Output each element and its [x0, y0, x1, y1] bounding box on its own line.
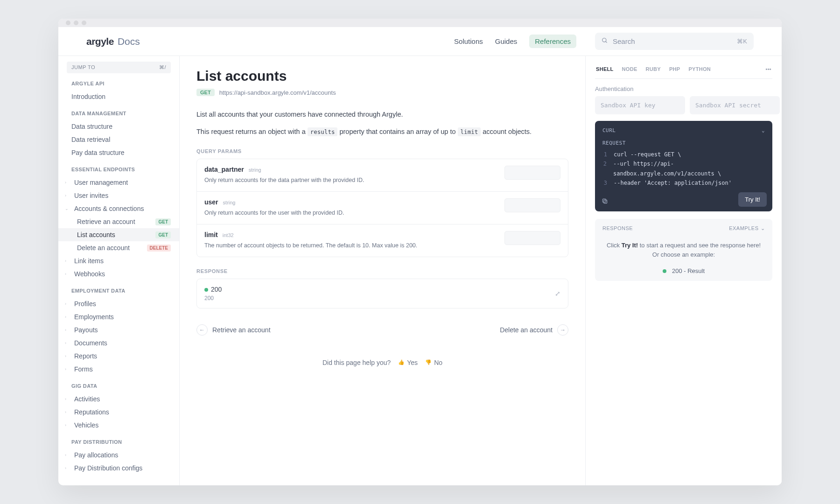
sidebar-item-data-structure[interactable]: Data structure — [58, 120, 179, 133]
status-code: 200 — [211, 286, 222, 293]
sidebar-item-employments[interactable]: ›Employments — [58, 310, 179, 323]
chevron-right-icon: › — [65, 354, 70, 358]
logo-docs: Docs — [118, 36, 140, 47]
description: List all accounts that your customers ha… — [196, 109, 568, 120]
svg-rect-3 — [602, 199, 606, 202]
description: This request returns an object with a re… — [196, 126, 568, 137]
sidebar-item-data-retrieval[interactable]: Data retrieval — [58, 133, 179, 146]
sidebar-item-label: Activities — [74, 395, 100, 403]
param-row: data_partnerstring Only return accounts … — [197, 159, 568, 192]
sidebar-item-activities[interactable]: ›Activities — [58, 392, 179, 406]
sidebar-item-profiles[interactable]: ›Profiles — [58, 297, 179, 310]
chevron-right-icon: › — [65, 259, 70, 263]
feedback-no[interactable]: 👎No — [425, 359, 442, 366]
chevron-down-icon[interactable]: ⌄ — [762, 127, 765, 133]
sidebar-item-user-management[interactable]: ›User management — [58, 176, 179, 189]
param-name: user — [204, 198, 218, 206]
sidebar-heading: PAY DISTRIBUTION — [71, 439, 179, 445]
param-row: userstring Only return accounts for the … — [197, 192, 568, 224]
lang-tab-python[interactable]: PYTHON — [688, 66, 711, 72]
feedback: Did this page help you? 👍Yes 👎No — [196, 359, 568, 366]
jump-to-label: JUMP TO — [71, 64, 95, 70]
lang-tab-shell[interactable]: SHELL — [596, 66, 614, 72]
lang-tab-node[interactable]: NODE — [622, 66, 637, 72]
endpoint-url: https://api-sandbox.argyle.com/v1/accoun… — [219, 89, 336, 96]
sidebar-item-label: Employments — [74, 313, 114, 321]
sidebar-item-webhooks[interactable]: ›Webhooks — [58, 267, 179, 280]
sidebar-item-forms[interactable]: ›Forms — [58, 363, 179, 376]
param-desc: The number of account objects to be retu… — [204, 241, 497, 250]
param-input[interactable] — [504, 231, 560, 245]
nav-guides[interactable]: Guides — [495, 37, 518, 45]
sidebar-item-pay-data-structure[interactable]: Pay data structure — [58, 146, 179, 159]
section-label: RESPONSE — [196, 268, 568, 274]
sidebar-item-introduction[interactable]: Introduction — [58, 90, 179, 103]
sidebar-item-pay-allocations[interactable]: ›Pay allocations — [58, 448, 179, 462]
method-badge: DELETE — [147, 245, 171, 252]
sidebar-item-link-items[interactable]: ›Link items — [58, 254, 179, 267]
sidebar-item-documents[interactable]: ›Documents — [58, 336, 179, 350]
code-header: CURL — [602, 127, 616, 133]
param-input[interactable] — [504, 198, 560, 212]
sidebar-heading: EMPLOYMENT DATA — [71, 288, 179, 294]
response-row[interactable]: 200 200 ⤢ — [196, 279, 568, 308]
nav-references[interactable]: References — [529, 35, 576, 48]
copy-icon[interactable] — [602, 198, 608, 206]
search-input[interactable]: Search ⌘K — [595, 33, 754, 50]
api-key-input[interactable] — [595, 96, 685, 114]
sidebar-item-list-accounts[interactable]: List accountsGET — [58, 228, 179, 241]
param-name: limit — [204, 231, 218, 238]
sidebar-item-user-invites[interactable]: ›User invites — [58, 189, 179, 202]
sidebar: JUMP TO ⌘/ ARGYLE API Introduction DATA … — [58, 56, 180, 485]
main-content: List accounts GET https://api-sandbox.ar… — [180, 56, 586, 485]
examples-dropdown[interactable]: EXAMPLES⌄ — [729, 225, 765, 231]
svg-rect-2 — [604, 200, 607, 203]
lang-tab-ruby[interactable]: RUBY — [646, 66, 661, 72]
response-example[interactable]: 200 - Result — [602, 267, 765, 274]
code-sample: CURL ⌄ REQUEST 1curl --request GET \ 2 -… — [595, 121, 772, 211]
sidebar-item-label: Forms — [74, 365, 93, 373]
feedback-yes[interactable]: 👍Yes — [398, 359, 418, 366]
status-text: 200 — [204, 295, 222, 301]
auth-label: Authentication — [595, 85, 772, 92]
jump-to[interactable]: JUMP TO ⌘/ — [67, 62, 171, 73]
method-badge: GET — [155, 231, 171, 238]
logo[interactable]: argyle Docs — [86, 36, 140, 47]
sidebar-item-payouts[interactable]: ›Payouts — [58, 323, 179, 336]
chevron-right-icon: › — [65, 301, 70, 306]
try-it-button[interactable]: Try It! — [738, 192, 767, 207]
chrome-dot — [66, 21, 70, 25]
language-tabs: SHELL NODE RUBY PHP PYTHON ••• — [595, 63, 772, 79]
next-link[interactable]: Delete an account→ — [500, 324, 568, 336]
sidebar-item-reports[interactable]: ›Reports — [58, 350, 179, 363]
prev-link[interactable]: ←Retrieve an account — [196, 324, 271, 336]
primary-nav: Solutions Guides References — [454, 35, 576, 48]
sidebar-item-pay-distribution-configs[interactable]: ›Pay Distribution configs — [58, 462, 179, 475]
lang-more-icon[interactable]: ••• — [766, 66, 771, 72]
param-type: string — [223, 200, 236, 205]
sidebar-item-label: Link items — [74, 257, 104, 265]
sidebar-item-label: Retrieve an account — [77, 218, 135, 225]
sidebar-item-accounts[interactable]: ⌄Accounts & connections — [58, 202, 179, 215]
api-secret-input[interactable] — [690, 96, 780, 114]
sidebar-heading: ARGYLE API — [71, 81, 179, 86]
chrome-dot — [82, 21, 86, 25]
page-title: List accounts — [196, 68, 568, 84]
chevron-down-icon: ⌄ — [761, 225, 765, 231]
sidebar-item-retrieve-account[interactable]: Retrieve an accountGET — [58, 215, 179, 228]
search-icon — [602, 37, 608, 45]
sidebar-item-label: Data retrieval — [71, 136, 110, 143]
sidebar-item-vehicles[interactable]: ›Vehicles — [58, 419, 179, 432]
sidebar-item-label: Pay data structure — [71, 149, 125, 156]
sidebar-item-label: Data structure — [71, 123, 112, 130]
expand-icon[interactable]: ⤢ — [555, 290, 560, 297]
nav-solutions[interactable]: Solutions — [454, 37, 483, 45]
chevron-right-icon: › — [65, 410, 70, 414]
sidebar-item-reputations[interactable]: ›Reputations — [58, 406, 179, 419]
sidebar-item-delete-account[interactable]: Delete an accountDELETE — [58, 241, 179, 254]
param-input[interactable] — [504, 166, 560, 180]
section-label: QUERY PARAMS — [196, 148, 568, 154]
chevron-down-icon: ⌄ — [65, 206, 70, 211]
thumbs-up-icon: 👍 — [398, 359, 405, 365]
lang-tab-php[interactable]: PHP — [669, 66, 680, 72]
